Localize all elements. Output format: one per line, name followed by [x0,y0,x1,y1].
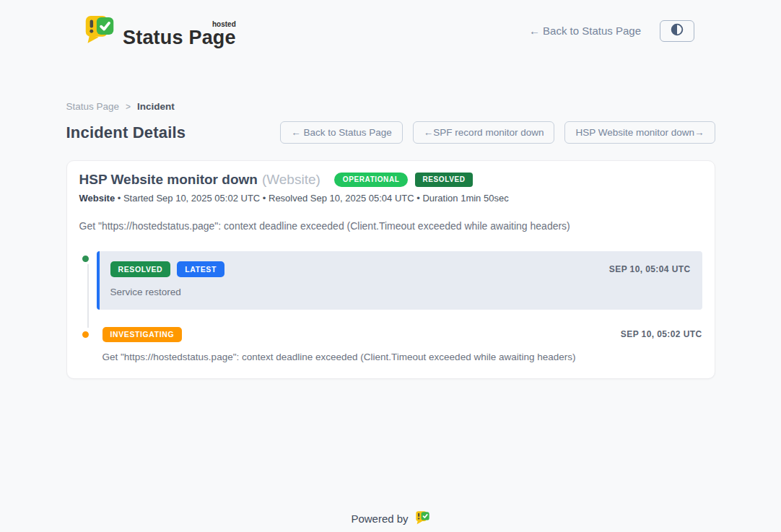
breadcrumb-separator: > [126,102,131,112]
theme-toggle-button[interactable] [660,20,694,42]
incident-component: (Website) [262,172,320,188]
breadcrumb-status-page[interactable]: Status Page [66,101,120,112]
timeline-entry-investigating: INVESTIGATING SEP 10, 05:02 UTC Get "htt… [79,327,702,363]
logo-hosted-superscript: hosted [212,20,236,28]
timeline-message: Get "https://hostedstatus.page": context… [102,352,702,362]
footer: Powered by © 2025-10-08 14:10:34.772084 … [0,510,781,532]
timeline-timestamp: SEP 10, 05:02 UTC [621,329,702,339]
incident-meta: Website • Started Sep 10, 2025 05:02 UTC… [79,193,702,204]
breadcrumb-incident: Incident [137,101,175,112]
incident-meta-details: • Started Sep 10, 2025 05:02 UTC • Resol… [115,193,509,204]
page-title: Incident Details [66,123,186,142]
main-content: Status Page > Incident Incident Details … [66,101,715,379]
resolved-badge: RESOLVED [110,261,171,277]
incident-nav-buttons: ← Back to Status Page ←SPF record monito… [280,121,715,144]
timeline-timestamp: SEP 10, 05:04 UTC [609,264,691,274]
incident-description: Get "https://hostedstatus.page": context… [79,220,702,232]
breadcrumb: Status Page > Incident [66,101,715,112]
incident-timeline: RESOLVED LATEST SEP 10, 05:04 UTC Servic… [79,251,702,362]
incident-card: HSP Website monitor down (Website) OPERA… [66,160,715,379]
timeline-dot-resolved [80,253,91,264]
next-incident-button[interactable]: HSP Website monitor down→ [564,121,715,144]
incident-title: HSP Website monitor down [79,172,258,188]
latest-badge: LATEST [177,261,224,277]
statuspage-mini-logo-icon[interactable] [415,510,430,527]
back-to-status-page-button[interactable]: ← Back to Status Page [280,121,403,144]
incident-meta-component: Website [79,193,115,204]
powered-by-label: Powered by [351,513,408,525]
prev-incident-button[interactable]: ←SPF record monitor down [413,121,555,144]
timeline-dot-investigating [80,329,91,340]
timeline-highlight-box: RESOLVED LATEST SEP 10, 05:04 UTC Servic… [97,251,702,310]
statuspage-logo-icon [84,11,115,51]
header: Status Page hosted ← Back to Status Page [0,0,781,61]
timeline-message: Service restored [110,287,691,297]
resolved-status-badge: RESOLVED [415,173,472,187]
operational-status-badge: OPERATIONAL [334,173,409,187]
investigating-badge: INVESTIGATING [102,327,183,343]
statuspage-logo[interactable]: Status Page hosted [84,11,236,51]
header-back-link[interactable]: ← Back to Status Page [529,25,641,37]
theme-contrast-icon [669,22,685,40]
timeline-entry-resolved: RESOLVED LATEST SEP 10, 05:04 UTC Servic… [79,251,702,310]
logo-title: Status Page [123,27,236,48]
